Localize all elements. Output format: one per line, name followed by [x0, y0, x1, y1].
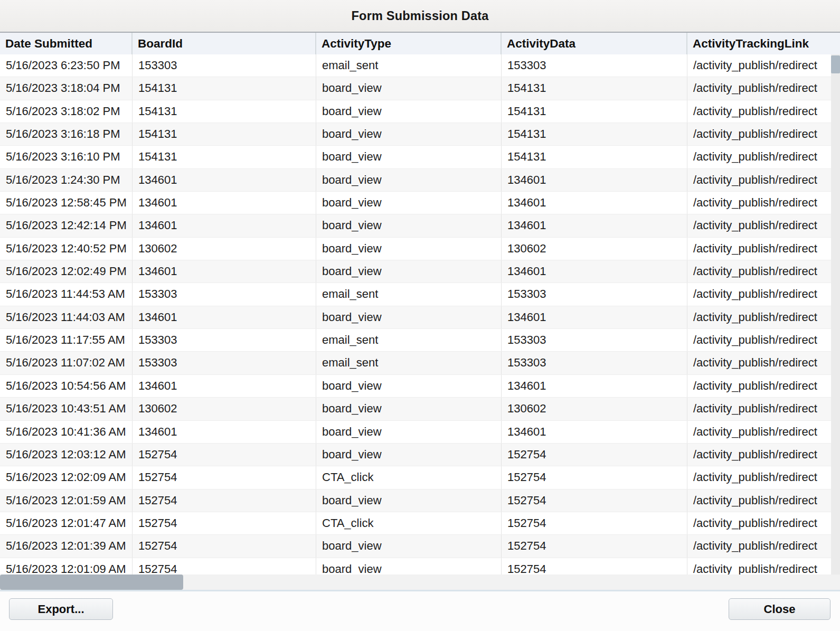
vertical-scrollbar-thumb[interactable] — [831, 55, 840, 73]
column-header-activity-type[interactable]: ActivityType — [316, 33, 502, 54]
cell-activity-type: CTA_click — [316, 466, 502, 488]
table-row[interactable]: 5/16/2023 12:58:45 PM 134601 board_view … — [0, 192, 831, 214]
table-row[interactable]: 5/16/2023 10:54:56 AM 134601 board_view … — [0, 375, 831, 398]
cell-activity-data: 152754 — [502, 466, 687, 488]
cell-activity-data: 152754 — [502, 535, 687, 557]
dialog-title: Form Submission Data — [352, 9, 489, 23]
cell-date-submitted: 5/16/2023 12:58:45 PM — [0, 192, 133, 214]
cell-board-id: 153303 — [133, 352, 316, 374]
cell-activity-tracking-link: /activity_publish/redirect — [687, 283, 831, 305]
column-header-board-id[interactable]: BoardId — [133, 33, 316, 54]
cell-activity-data: 154131 — [502, 100, 687, 123]
cell-board-id: 134601 — [133, 192, 316, 214]
cell-activity-type: board_view — [316, 535, 502, 557]
cell-board-id: 134601 — [133, 375, 316, 397]
cell-activity-type: board_view — [316, 421, 502, 443]
cell-date-submitted: 5/16/2023 12:02:49 PM — [0, 260, 133, 282]
cell-board-id: 152754 — [133, 512, 316, 534]
cell-date-submitted: 5/16/2023 12:40:52 PM — [0, 238, 133, 260]
cell-activity-data: 134601 — [502, 214, 687, 237]
table-row[interactable]: 5/16/2023 3:16:10 PM 154131 board_view 1… — [0, 146, 831, 168]
form-submission-dialog: Form Submission Data Date Submitted Boar… — [0, 0, 840, 631]
table-row[interactable]: 5/16/2023 12:01:59 AM 152754 board_view … — [0, 489, 831, 512]
table-row[interactable]: 5/16/2023 1:24:30 PM 134601 board_view 1… — [0, 169, 831, 192]
table-row[interactable]: 5/16/2023 11:17:55 AM 153303 email_sent … — [0, 329, 831, 352]
cell-date-submitted: 5/16/2023 12:01:47 AM — [0, 512, 133, 534]
table-row[interactable]: 5/16/2023 12:40:52 PM 130602 board_view … — [0, 238, 831, 260]
cell-activity-type: board_view — [316, 192, 502, 214]
vertical-scrollbar[interactable] — [831, 54, 840, 575]
cell-date-submitted: 5/16/2023 10:41:36 AM — [0, 421, 133, 443]
table-row[interactable]: 5/16/2023 12:01:09 AM 152754 board_view … — [0, 558, 831, 575]
cell-activity-tracking-link: /activity_publish/redirect — [687, 146, 831, 168]
cell-board-id: 154131 — [133, 100, 316, 123]
cell-activity-data: 153303 — [502, 352, 687, 374]
cell-activity-tracking-link: /activity_publish/redirect — [687, 375, 831, 397]
cell-activity-data: 153303 — [502, 54, 687, 77]
table-row[interactable]: 5/16/2023 11:44:53 AM 153303 email_sent … — [0, 283, 831, 306]
cell-date-submitted: 5/16/2023 6:23:50 PM — [0, 54, 133, 77]
table-row[interactable]: 5/16/2023 12:01:39 AM 152754 board_view … — [0, 535, 831, 558]
cell-activity-tracking-link: /activity_publish/redirect — [687, 489, 831, 512]
cell-date-submitted: 5/16/2023 3:18:04 PM — [0, 77, 133, 99]
table-row[interactable]: 5/16/2023 11:07:02 AM 153303 email_sent … — [0, 352, 831, 374]
cell-date-submitted: 5/16/2023 11:07:02 AM — [0, 352, 133, 374]
cell-activity-tracking-link: /activity_publish/redirect — [687, 398, 831, 420]
cell-activity-tracking-link: /activity_publish/redirect — [687, 100, 831, 123]
horizontal-scrollbar-thumb[interactable] — [0, 575, 183, 590]
cell-activity-type: board_view — [316, 146, 502, 168]
cell-activity-data: 153303 — [502, 283, 687, 305]
table-row[interactable]: 5/16/2023 12:42:14 PM 134601 board_view … — [0, 214, 831, 237]
cell-board-id: 130602 — [133, 398, 316, 420]
table-row[interactable]: 5/16/2023 12:03:12 AM 152754 board_view … — [0, 444, 831, 466]
cell-activity-type: board_view — [316, 489, 502, 512]
cell-activity-type: board_view — [316, 123, 502, 145]
cell-activity-tracking-link: /activity_publish/redirect — [687, 214, 831, 237]
cell-activity-tracking-link: /activity_publish/redirect — [687, 260, 831, 282]
cell-activity-tracking-link: /activity_publish/redirect — [687, 558, 831, 575]
cell-activity-tracking-link: /activity_publish/redirect — [687, 238, 831, 260]
cell-activity-data: 153303 — [502, 329, 687, 351]
cell-activity-tracking-link: /activity_publish/redirect — [687, 123, 831, 145]
table-row[interactable]: 5/16/2023 3:18:02 PM 154131 board_view 1… — [0, 100, 831, 123]
cell-activity-tracking-link: /activity_publish/redirect — [687, 466, 831, 488]
cell-activity-tracking-link: /activity_publish/redirect — [687, 329, 831, 351]
table-row[interactable]: 5/16/2023 12:01:47 AM 152754 CTA_click 1… — [0, 512, 831, 535]
cell-activity-data: 130602 — [502, 398, 687, 420]
table-row[interactable]: 5/16/2023 10:41:36 AM 134601 board_view … — [0, 421, 831, 444]
cell-activity-data: 134601 — [502, 421, 687, 443]
cell-activity-type: email_sent — [316, 283, 502, 305]
table-row[interactable]: 5/16/2023 12:02:49 PM 134601 board_view … — [0, 260, 831, 283]
column-header-activity-tracking-link[interactable]: ActivityTrackingLink — [687, 33, 831, 54]
table-row[interactable]: 5/16/2023 6:23:50 PM 153303 email_sent 1… — [0, 54, 831, 77]
cell-date-submitted: 5/16/2023 11:44:03 AM — [0, 306, 133, 328]
cell-board-id: 130602 — [133, 238, 316, 260]
cell-activity-type: board_view — [316, 444, 502, 466]
cell-activity-type: board_view — [316, 169, 502, 191]
cell-activity-type: email_sent — [316, 352, 502, 374]
column-header-date-submitted[interactable]: Date Submitted — [0, 33, 133, 54]
horizontal-scrollbar[interactable] — [0, 575, 831, 590]
table-row[interactable]: 5/16/2023 3:18:04 PM 154131 board_view 1… — [0, 77, 831, 100]
cell-activity-data: 130602 — [502, 238, 687, 260]
column-header-activity-data[interactable]: ActivityData — [502, 33, 687, 54]
cell-activity-data: 134601 — [502, 375, 687, 397]
export-button[interactable]: Export... — [9, 598, 113, 620]
cell-activity-data: 152754 — [502, 489, 687, 512]
cell-activity-tracking-link: /activity_publish/redirect — [687, 192, 831, 214]
cell-board-id: 152754 — [133, 489, 316, 512]
cell-date-submitted: 5/16/2023 3:16:10 PM — [0, 146, 133, 168]
cell-activity-data: 152754 — [502, 512, 687, 534]
cell-activity-type: email_sent — [316, 54, 502, 77]
table-row[interactable]: 5/16/2023 10:43:51 AM 130602 board_view … — [0, 398, 831, 420]
cell-date-submitted: 5/16/2023 12:01:09 AM — [0, 558, 133, 575]
close-button[interactable]: Close — [729, 598, 830, 620]
cell-activity-type: board_view — [316, 398, 502, 420]
cell-activity-type: board_view — [316, 260, 502, 282]
table-row[interactable]: 5/16/2023 12:02:09 AM 152754 CTA_click 1… — [0, 466, 831, 489]
cell-activity-type: board_view — [316, 306, 502, 328]
table-row[interactable]: 5/16/2023 11:44:03 AM 134601 board_view … — [0, 306, 831, 329]
table-row[interactable]: 5/16/2023 3:16:18 PM 154131 board_view 1… — [0, 123, 831, 146]
cell-activity-tracking-link: /activity_publish/redirect — [687, 535, 831, 557]
cell-activity-type: board_view — [316, 375, 502, 397]
